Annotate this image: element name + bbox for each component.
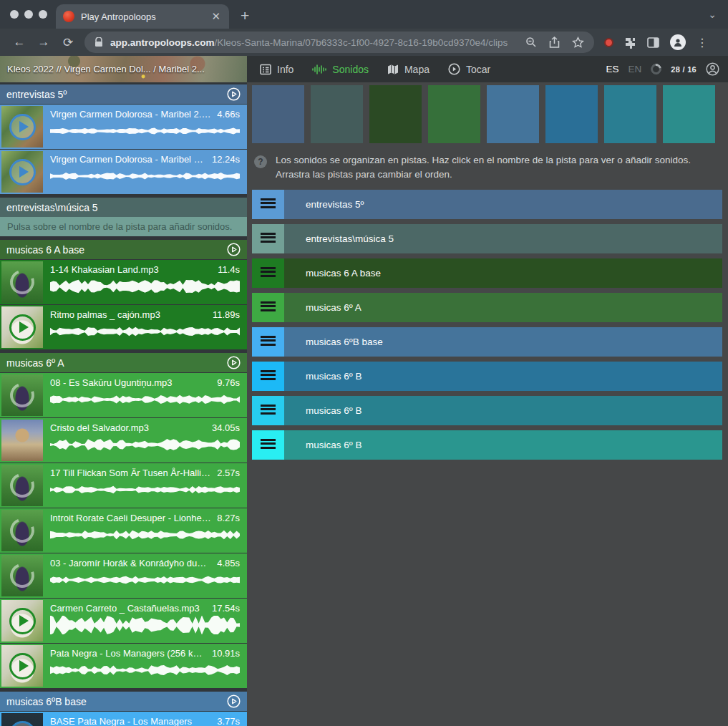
sidebar-track-header[interactable]: musicas 6 A base: [0, 240, 247, 259]
drag-handle[interactable]: [252, 258, 284, 288]
sidebar-track-header[interactable]: entrevistas\música 5: [0, 198, 247, 217]
address-bar[interactable]: app.antropoloops.com/Kleos-Santa-Marina/…: [84, 32, 594, 53]
extensions-puzzle-icon[interactable]: [624, 37, 636, 49]
drag-handle[interactable]: [252, 293, 284, 322]
lang-en-button[interactable]: EN: [628, 64, 641, 74]
person-icon: [673, 37, 683, 47]
loading-spinner-icon: [649, 62, 664, 77]
play-button-icon[interactable]: [9, 653, 36, 679]
track-row[interactable]: musicas 6º B: [252, 396, 722, 425]
waveform-graphic: [50, 571, 240, 589]
sidebar-track-title: entrevistas\música 5: [6, 202, 241, 213]
track-color-tile: [545, 85, 598, 143]
forward-button[interactable]: →: [31, 35, 56, 49]
url-path: /Kleos-Santa-Marina/07b6333c-1f00-4927-8…: [215, 37, 508, 48]
clip-body: 03 - Jaromír Horák & Konrádyho dudácká .…: [44, 553, 247, 598]
track-row[interactable]: entrevistas 5º: [252, 190, 722, 219]
breadcrumb[interactable]: Kleos 2022 // Virgen Carmen Dol... / Mar…: [0, 56, 247, 82]
clip-thumbnail[interactable]: [1, 713, 43, 726]
zoom-icon[interactable]: [525, 37, 537, 48]
waveform-graphic: [50, 435, 240, 454]
track-row-label: entrevistas 5º: [284, 190, 722, 219]
play-button-icon[interactable]: [9, 721, 36, 726]
sidebar-track-header[interactable]: musicas 6ºB base: [0, 692, 247, 711]
track-play-icon[interactable]: [227, 356, 241, 369]
clip-thumbnail[interactable]: [1, 510, 43, 551]
drag-handle[interactable]: [252, 190, 284, 219]
clip-row[interactable]: Cristo del Salvador.mp3 34.05s: [0, 418, 247, 463]
clip-row[interactable]: Virgen Carmen Dolorosa - Maribel 2.mp3 4…: [0, 105, 247, 149]
drag-handle[interactable]: [252, 396, 284, 425]
track-row[interactable]: musicas 6ºB base: [252, 327, 722, 357]
clip-row[interactable]: Carmen Carreto _ Castañuelas.mp3 17.54s: [0, 599, 247, 643]
tab-sonidos[interactable]: Sonidos: [312, 64, 369, 75]
track-row[interactable]: musicas 6 A base: [252, 258, 722, 288]
drag-handle[interactable]: [252, 224, 284, 253]
map-icon: [387, 64, 399, 75]
tab-info[interactable]: Info: [260, 64, 293, 75]
clip-row[interactable]: 03 - Jaromír Horák & Konrádyho dudácká .…: [0, 553, 247, 598]
app-nav: Info Sonidos Mapa Tocar: [260, 63, 490, 75]
tab-close-icon[interactable]: ✕: [210, 10, 222, 23]
clip-duration: 12.24s: [212, 154, 240, 165]
app-header-right: ES EN 28 / 16: [606, 62, 728, 76]
share-icon[interactable]: [549, 37, 560, 48]
clip-row[interactable]: Introit Rorate Caeli Desuper - Lionheart…: [0, 508, 247, 553]
clip-row[interactable]: Virgen Carmen Dolorosa - Maribel 2.mp3 1…: [0, 150, 247, 194]
reload-button[interactable]: ⟳: [56, 35, 80, 50]
play-button-icon[interactable]: [9, 608, 36, 634]
back-button[interactable]: ←: [7, 35, 31, 49]
clip-thumbnail[interactable]: [1, 465, 43, 506]
clip-body: Introit Rorate Caeli Desuper - Lionheart…: [44, 508, 247, 553]
clip-thumbnail[interactable]: [1, 261, 43, 303]
clip-thumbnail[interactable]: [1, 306, 43, 348]
sidebar-track-header[interactable]: entrevistas 5º: [0, 84, 247, 104]
track-row[interactable]: entrevistas\música 5: [252, 224, 722, 253]
clip-body: Ritmo palmas _ cajón.mp3 11.89s: [44, 305, 247, 349]
browser-tab[interactable]: Play Antropoloops ✕: [56, 4, 229, 29]
drag-handle[interactable]: [252, 362, 284, 391]
clip-overlay: [1, 106, 43, 147]
minimize-window-button[interactable]: [24, 10, 33, 19]
tab-tocar[interactable]: Tocar: [448, 63, 490, 75]
maximize-window-button[interactable]: [39, 10, 47, 19]
clip-thumbnail[interactable]: [1, 555, 43, 596]
clip-thumbnail[interactable]: [1, 600, 43, 642]
lang-es-button[interactable]: ES: [606, 64, 618, 74]
close-window-button[interactable]: [10, 10, 19, 19]
clip-thumbnail[interactable]: [1, 151, 43, 193]
clip-row[interactable]: BASE Pata Negra - Los Managers 3.77s: [0, 712, 247, 726]
drag-handle[interactable]: [252, 327, 284, 357]
track-play-icon[interactable]: [227, 694, 241, 708]
window-controls[interactable]: [0, 10, 47, 29]
new-tab-button[interactable]: +: [229, 7, 249, 29]
play-button-icon[interactable]: [9, 114, 36, 140]
play-button-icon[interactable]: [9, 314, 36, 341]
tab-search-chevron-icon[interactable]: ⌄: [708, 9, 728, 29]
clip-thumbnail[interactable]: [1, 645, 43, 687]
record-extension-icon[interactable]: [604, 38, 613, 47]
bookmark-star-icon[interactable]: [572, 37, 584, 48]
drag-handle[interactable]: [252, 430, 284, 460]
sidebar-track-header[interactable]: musicas 6º A: [0, 353, 247, 372]
account-icon[interactable]: [706, 62, 719, 76]
play-button-icon[interactable]: [9, 159, 36, 185]
clip-row[interactable]: Ritmo palmas _ cajón.mp3 11.89s: [0, 305, 247, 349]
track-row[interactable]: musicas 6º B: [252, 430, 722, 460]
track-play-icon[interactable]: [227, 243, 241, 256]
track-row[interactable]: musicas 6º B: [252, 362, 722, 391]
tab-mapa[interactable]: Mapa: [387, 64, 429, 75]
clip-row[interactable]: 1-14 Khakasian Land.mp3 11.4s: [0, 260, 247, 304]
browser-menu-icon[interactable]: ⋮: [697, 36, 708, 49]
clip-row[interactable]: Pata Negra - Los Managers (256 kbps).mp3…: [0, 644, 247, 688]
clip-row[interactable]: 17 Till Flickan Som Är Tusen År-Halling …: [0, 463, 247, 508]
track-row[interactable]: musicas 6º A: [252, 293, 722, 322]
clip-name: Virgen Carmen Dolorosa - Maribel 2.mp3: [50, 154, 206, 165]
track-play-icon[interactable]: [227, 87, 241, 101]
clip-thumbnail[interactable]: [1, 420, 43, 461]
clip-thumbnail[interactable]: [1, 106, 43, 147]
clip-thumbnail[interactable]: [1, 374, 43, 416]
profile-avatar[interactable]: [670, 34, 686, 50]
side-panel-icon[interactable]: [647, 37, 659, 48]
clip-row[interactable]: 08 - Es Sakūru Uguntiņu.mp3 9.76s: [0, 373, 247, 417]
